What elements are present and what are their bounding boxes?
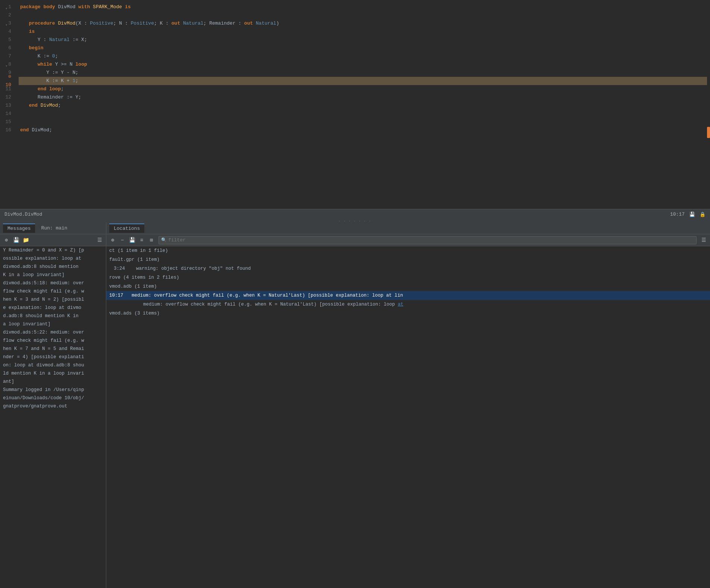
line-num-14: 14 xyxy=(0,110,14,118)
line-numbers: ▾1 2 ▾3 4 5 6 7 ▾8 9 ⊙ 10 11 12 13 14 15… xyxy=(0,3,19,209)
location-entry[interactable]: fault.gpr (1 item) xyxy=(106,255,710,264)
line-num-13: 13 xyxy=(0,101,14,110)
filter-search-icon: 🔍 xyxy=(161,237,167,243)
message-line: flow check might fail (e.g. w xyxy=(0,337,106,345)
line-num-6: 6 xyxy=(0,44,14,52)
message-line: a loop invariant] xyxy=(0,320,106,328)
code-line-15 xyxy=(19,118,710,126)
code-line-10: K := K + 1; xyxy=(19,77,710,85)
tab-messages[interactable]: Messages xyxy=(3,223,35,233)
line-num-15: 15 xyxy=(0,118,14,126)
code-line-2 xyxy=(19,11,710,19)
code-line-9: Y := Y - N; xyxy=(19,69,710,77)
locations-toolbar: ⊕ − 💾 ≡ ⊞ 🔍 ☰ xyxy=(106,234,710,246)
line-num-1: ▾1 xyxy=(0,3,14,11)
save-location-icon[interactable]: 💾 xyxy=(128,236,136,244)
message-line: divmod.adb:8 should mention xyxy=(0,263,106,271)
line-num-2: 2 xyxy=(0,11,14,19)
add-message-icon[interactable]: ⊕ xyxy=(2,236,10,244)
message-line: einuan/Downloads/code 10/obj/ xyxy=(0,394,106,402)
message-line: ossible explanation: loop at xyxy=(0,254,106,263)
messages-content[interactable]: Y Remainder = 0 and X = Z) [p ossible ex… xyxy=(0,246,106,588)
message-line: Y Remainder = 0 and X = Z) [p xyxy=(0,246,106,254)
line-num-7: 7 xyxy=(0,52,14,60)
line-num-8: ▾8 xyxy=(0,60,14,69)
status-bar: DivMod.DivMod 10:17 💾 🔒 xyxy=(0,209,710,219)
message-line: ant] xyxy=(0,378,106,386)
editor-scrollbar[interactable] xyxy=(707,0,710,209)
code-lines: package body DivMod with SPARK_Mode is p… xyxy=(19,3,710,209)
message-line: d.adb:8 should mention K in xyxy=(0,312,106,320)
message-line: on: loop at divmod.adb:8 shou xyxy=(0,361,106,369)
message-line: hen K = 3 and N = 2) [possibl xyxy=(0,295,106,304)
message-line: divmod.ads:5:22: medium: over xyxy=(0,328,106,337)
line-num-16: 16 xyxy=(0,126,14,134)
line-num-3: ▾3 xyxy=(0,19,14,28)
code-line-16: end DivMod; xyxy=(19,126,710,134)
list2-location-icon[interactable]: ⊞ xyxy=(147,236,155,244)
message-line: hen K = 7 and N = 5 and Remai xyxy=(0,345,106,353)
code-line-11: end loop; xyxy=(19,85,710,93)
tab-run[interactable]: Run: main xyxy=(37,224,72,232)
line-num-10: ⊙ 10 xyxy=(0,77,14,85)
code-line-5: Y : Natural := X; xyxy=(19,36,710,44)
more-messages-icon[interactable]: ☰ xyxy=(95,236,104,244)
code-line-6: begin xyxy=(19,44,710,52)
code-line-7: K := 0; xyxy=(19,52,710,60)
location-entry-sub[interactable]: medium: overflow check might fail (e.g. … xyxy=(106,300,710,309)
save-message-icon[interactable]: 💾 xyxy=(12,236,20,244)
filter-container: 🔍 xyxy=(158,236,697,244)
message-line: nder = 4) [possible explanati xyxy=(0,353,106,361)
location-entry[interactable]: vmod.adb (1 item) xyxy=(106,282,710,291)
location-entry-highlighted[interactable]: 10:17 medium: overflow check might fail … xyxy=(106,291,710,300)
code-line-14 xyxy=(19,110,710,118)
line-num-5: 5 xyxy=(0,36,14,44)
message-line: ld mention K in a loop invari xyxy=(0,369,106,378)
message-line: gnatprove/gnatprove.out xyxy=(0,402,106,410)
filter-input[interactable] xyxy=(168,237,694,243)
messages-toolbar: ⊕ 💾 📁 ☰ xyxy=(0,234,106,246)
status-location: DivMod.DivMod xyxy=(4,212,670,217)
location-entry[interactable]: 3:24 warning: object directory "obj" not… xyxy=(106,264,710,273)
code-editor[interactable]: ▾1 2 ▾3 4 5 6 7 ▾8 9 ⊙ 10 11 12 13 14 15… xyxy=(0,0,710,209)
location-entry[interactable]: vmod.ads (3 items) xyxy=(106,309,710,318)
message-line: divmod.ads:5:18: medium: over xyxy=(0,279,106,287)
status-time: 10:17 xyxy=(670,212,685,217)
code-line-13: end DivMod; xyxy=(19,101,710,110)
add-location-icon[interactable]: ⊕ xyxy=(109,236,117,244)
line-num-4: 4 xyxy=(0,28,14,36)
lock-icon[interactable]: 🔒 xyxy=(700,212,706,218)
location-entry[interactable]: ct (1 item in 1 file) xyxy=(106,246,710,255)
folder-message-icon[interactable]: 📁 xyxy=(22,236,30,244)
list-location-icon[interactable]: ≡ xyxy=(138,236,146,244)
save-icon[interactable]: 💾 xyxy=(689,212,695,218)
more-locations-icon[interactable]: ☰ xyxy=(700,236,708,244)
minus-location-icon[interactable]: − xyxy=(118,236,126,244)
code-line-3: procedure DivMod(X : Positive; N : Posit… xyxy=(19,19,710,28)
code-line-12: Remainder := Y; xyxy=(19,93,710,101)
message-line: flow check might fail (e.g. w xyxy=(0,287,106,295)
code-line-1: package body DivMod with SPARK_Mode is xyxy=(19,3,710,11)
message-line: e explanation: loop at divmo xyxy=(0,304,106,312)
locations-panel: Locations ⊕ − 💾 ≡ ⊞ 🔍 ☰ ct (1 item in 1 … xyxy=(106,222,710,588)
messages-panel: Messages Run: main ⊕ 💾 📁 ☰ Y Remainder =… xyxy=(0,222,106,588)
code-line-4: is xyxy=(19,28,710,36)
messages-tabs: Messages Run: main xyxy=(0,222,106,234)
line-num-12: 12 xyxy=(0,93,14,101)
message-line: Summary logged in /Users/qinp xyxy=(0,386,106,394)
bottom-panel: Messages Run: main ⊕ 💾 📁 ☰ Y Remainder =… xyxy=(0,222,710,588)
panel-resize-handle[interactable]: · · · · · · · xyxy=(0,219,710,222)
locations-tabs: Locations xyxy=(106,222,710,234)
code-line-8: while Y >= N loop xyxy=(19,60,710,69)
locations-content[interactable]: ct (1 item in 1 file) fault.gpr (1 item)… xyxy=(106,246,710,588)
tab-locations[interactable]: Locations xyxy=(109,223,144,233)
location-entry[interactable]: rove (4 items in 2 files) xyxy=(106,273,710,282)
status-right: 10:17 💾 🔒 xyxy=(670,212,706,218)
message-line: K in a loop invariant] xyxy=(0,271,106,279)
scrollbar-thumb[interactable] xyxy=(707,127,710,138)
